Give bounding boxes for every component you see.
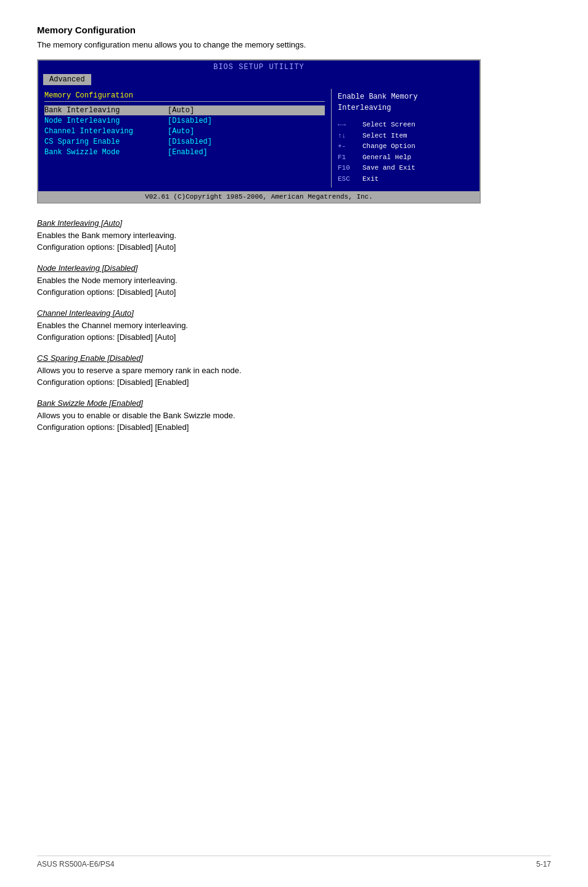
bios-tab-bar: Advanced [38, 73, 480, 85]
legend-key-2: +- [338, 141, 362, 152]
legend-desc-5: Exit [362, 174, 378, 185]
bios-menu-list: Bank Interleaving[Auto]Node Interleaving… [44, 105, 325, 157]
desc-item-line-1-1: Configuration options: [Disabled] [Auto] [37, 286, 551, 299]
legend-row-2: +-Change Option [338, 141, 473, 152]
bios-menu-item-0[interactable]: Bank Interleaving[Auto] [44, 105, 325, 115]
desc-item-4: Bank Swizzle Mode [Enabled]Allows you to… [37, 398, 551, 434]
desc-item-line-3-1: Configuration options: [Disabled] [Enabl… [37, 376, 551, 389]
bios-body: Memory Configuration Bank Interleaving[A… [38, 85, 480, 191]
desc-item-line-0-1: Configuration options: [Disabled] [Auto] [37, 241, 551, 254]
legend-key-4: F10 [338, 163, 362, 174]
desc-item-title-0: Bank Interleaving [Auto] [37, 218, 551, 228]
bios-menu-item-2[interactable]: Channel Interleaving[Auto] [44, 126, 325, 136]
bios-menu-label-0: Bank Interleaving [44, 106, 168, 115]
bios-section-title: Memory Configuration [44, 91, 325, 102]
bios-footer: V02.61 (C)Copyright 1985-2006, American … [38, 191, 480, 202]
legend-row-1: ↑↓Select Item [338, 131, 473, 142]
footer-left: ASUS RS500A-E6/PS4 [37, 860, 114, 868]
bios-help-text: Enable Bank MemoryInterleaving [338, 91, 473, 113]
bios-legend: ←→Select Screen↑↓Select Item+-Change Opt… [338, 120, 473, 185]
desc-item-line-4-1: Configuration options: [Disabled] [Enabl… [37, 421, 551, 434]
bios-menu-label-4: Bank Swizzle Mode [44, 148, 168, 157]
bios-menu-label-1: Node Interleaving [44, 117, 168, 125]
legend-row-5: ESCExit [338, 174, 473, 185]
bios-menu-value-3: [Disabled] [168, 138, 212, 146]
desc-item-line-2-0: Enables the Channel memory interleaving. [37, 320, 551, 332]
bios-screen: BIOS SETUP UTILITY Advanced Memory Confi… [37, 59, 481, 204]
legend-key-0: ←→ [338, 120, 362, 131]
page-intro: The memory configuration menu allows you… [37, 40, 551, 49]
legend-row-4: F10Save and Exit [338, 163, 473, 174]
legend-desc-0: Select Screen [362, 120, 415, 131]
bios-menu-item-3[interactable]: CS Sparing Enable[Disabled] [44, 137, 325, 147]
desc-item-1: Node Interleaving [Disabled]Enables the … [37, 263, 551, 299]
legend-key-5: ESC [338, 174, 362, 185]
desc-item-0: Bank Interleaving [Auto]Enables the Bank… [37, 218, 551, 254]
page-title: Memory Configuration [37, 25, 551, 35]
bios-menu-label-3: CS Sparing Enable [44, 138, 168, 146]
desc-item-line-1-0: Enables the Node memory interleaving. [37, 274, 551, 287]
bios-right-panel: Enable Bank MemoryInterleaving ←→Select … [332, 89, 480, 188]
bios-menu-label-2: Channel Interleaving [44, 127, 168, 136]
desc-item-title-3: CS Sparing Enable [Disabled] [37, 353, 551, 363]
legend-row-0: ←→Select Screen [338, 120, 473, 131]
desc-item-line-2-1: Configuration options: [Disabled] [Auto] [37, 331, 551, 344]
legend-key-1: ↑↓ [338, 131, 362, 142]
bios-menu-item-4[interactable]: Bank Swizzle Mode[Enabled] [44, 147, 325, 157]
bios-tab-advanced[interactable]: Advanced [43, 74, 91, 85]
desc-item-2: Channel Interleaving [Auto]Enables the C… [37, 308, 551, 344]
desc-item-title-1: Node Interleaving [Disabled] [37, 263, 551, 273]
legend-desc-3: General Help [362, 152, 411, 163]
desc-item-3: CS Sparing Enable [Disabled]Allows you t… [37, 353, 551, 389]
bios-menu-value-0: [Auto] [168, 106, 194, 115]
legend-key-3: F1 [338, 152, 362, 163]
legend-row-3: F1General Help [338, 152, 473, 163]
legend-desc-2: Change Option [362, 141, 415, 152]
legend-desc-4: Save and Exit [362, 163, 415, 174]
desc-item-title-2: Channel Interleaving [Auto] [37, 308, 551, 318]
desc-item-line-0-0: Enables the Bank memory interleaving. [37, 229, 551, 242]
desc-item-line-3-0: Allows you to reserve a spare memory ran… [37, 365, 551, 377]
bios-title: BIOS SETUP UTILITY [38, 60, 480, 73]
desc-item-title-4: Bank Swizzle Mode [Enabled] [37, 398, 551, 408]
page-footer: ASUS RS500A-E6/PS4 5-17 [37, 856, 551, 868]
bios-menu-value-2: [Auto] [168, 127, 194, 136]
footer-right: 5-17 [536, 860, 551, 868]
bios-menu-value-1: [Disabled] [168, 117, 212, 125]
legend-desc-1: Select Item [362, 131, 407, 142]
bios-menu-value-4: [Enabled] [168, 148, 208, 157]
bios-menu-item-1[interactable]: Node Interleaving[Disabled] [44, 116, 325, 126]
bios-left-panel: Memory Configuration Bank Interleaving[A… [38, 89, 332, 188]
desc-item-line-4-0: Allows you to enable or disable the Bank… [37, 410, 551, 422]
descriptions-section: Bank Interleaving [Auto]Enables the Bank… [37, 218, 551, 434]
